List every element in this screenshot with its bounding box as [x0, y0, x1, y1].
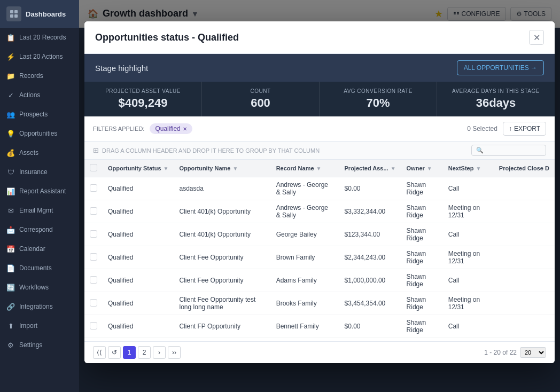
- row-record-0: Andrews - George & Sally: [271, 177, 339, 200]
- table-row: Qualified Client Fee Opportunity Adams F…: [84, 269, 555, 292]
- table-container[interactable]: ⊞ DRAG A COLUMN HEADER AND DROP IT HERE …: [84, 142, 555, 341]
- row-checkbox-1[interactable]: [84, 200, 103, 223]
- sidebar-item-actions[interactable]: ✓ Actions: [0, 85, 79, 105]
- col-record[interactable]: Record Name ▼: [271, 160, 339, 177]
- sidebar-item-emailmgmt[interactable]: ✉ Email Mgmt: [0, 201, 79, 220]
- col-name[interactable]: Opportunity Name ▼: [174, 160, 271, 177]
- record-filter-icon[interactable]: ▼: [316, 166, 322, 171]
- row-projected-1: $3,332,344.00: [339, 200, 401, 223]
- next-page-button[interactable]: ›: [153, 346, 166, 359]
- row-name-5: Client Fee Opportunity test long long na…: [174, 292, 271, 315]
- row-record-2: George Bailey: [271, 223, 339, 246]
- export-button[interactable]: ↑ EXPORT: [503, 122, 546, 136]
- row-record-5: Brooks Family: [271, 292, 339, 315]
- sidebar-header: Dashboards: [0, 0, 79, 28]
- sidebar-item-import[interactable]: ⬆ Import: [0, 316, 79, 335]
- per-page-select[interactable]: 20 50 100: [520, 347, 546, 358]
- table-row: Qualified Client Fee Opportunity test lo…: [84, 292, 555, 315]
- sidebar: Dashboards 📋 Last 20 Records ⚡ Last 20 A…: [0, 0, 79, 392]
- all-opportunities-button[interactable]: ALL OPPORTUNITIES →: [457, 60, 544, 75]
- stat-projected-asset: PROJECTED ASSET VALUE $409,249: [84, 82, 202, 116]
- dashboards-icon: [6, 6, 21, 21]
- page-1-button[interactable]: 1: [123, 346, 136, 359]
- correspond-icon: 📩: [6, 225, 15, 234]
- row-name-6: Client FP Opportunity: [174, 315, 271, 338]
- prospects-icon: 👥: [6, 110, 15, 119]
- records-icon: 📁: [6, 72, 15, 80]
- sidebar-item-prospects[interactable]: 👥 Prospects: [0, 105, 79, 124]
- row-projected-2: $123,344.00: [339, 223, 401, 246]
- owner-filter-icon[interactable]: ▼: [427, 166, 432, 171]
- nextstep-filter-icon[interactable]: ▼: [476, 166, 481, 171]
- table-row: Qualified Client 401(k) Opportunity Andr…: [84, 200, 555, 223]
- sidebar-item-settings[interactable]: ⚙ Settings: [0, 335, 79, 355]
- search-box[interactable]: 🔍: [471, 145, 546, 156]
- row-closedate-0: [494, 177, 555, 200]
- stat-count: COUNT 600: [202, 82, 320, 116]
- filters-applied-label: FILTERS APPLIED:: [93, 126, 144, 132]
- row-status-4: Qualified: [103, 269, 174, 292]
- row-closedate-5: [494, 292, 555, 315]
- row-checkbox-4[interactable]: [84, 269, 103, 292]
- page-2-button[interactable]: 2: [138, 346, 151, 359]
- col-nextstep[interactable]: NextStep ▼: [443, 160, 494, 177]
- documents-icon: 📄: [6, 264, 15, 272]
- row-projected-4: $1,000,000.00: [339, 269, 401, 292]
- col-closedate[interactable]: Projected Close D: [494, 160, 555, 177]
- row-checkbox-0[interactable]: [84, 177, 103, 200]
- selected-count: 0 Selected: [467, 125, 497, 132]
- import-icon: ⬆: [6, 322, 15, 330]
- last-page-button[interactable]: ››: [168, 346, 181, 359]
- status-filter-icon[interactable]: ▼: [164, 166, 169, 171]
- sidebar-item-last20records[interactable]: 📋 Last 20 Records: [0, 28, 79, 47]
- row-checkbox-3[interactable]: [84, 246, 103, 269]
- filter-tag-remove-icon[interactable]: ✕: [183, 126, 187, 132]
- sidebar-item-reportassistant[interactable]: 📊 Report Assistant: [0, 182, 79, 201]
- sidebar-item-opportunities[interactable]: 💡 Opportunities: [0, 124, 79, 143]
- insurance-icon: 🛡: [6, 168, 15, 176]
- row-nextstep-5: Meeting on 12/31: [443, 292, 494, 315]
- modal-close-button[interactable]: ✕: [529, 30, 544, 45]
- sidebar-item-integrations[interactable]: 🔗 Integrations: [0, 297, 79, 316]
- row-record-3: Brown Family: [271, 246, 339, 269]
- row-name-1: Client 401(k) Opportunity: [174, 200, 271, 223]
- avg-days-label: AVERAGE DAYS IN THIS STAGE: [446, 88, 546, 94]
- last20actions-icon: ⚡: [6, 52, 15, 61]
- prev-page-button[interactable]: ↺: [108, 346, 121, 359]
- row-nextstep-0: Call: [443, 177, 494, 200]
- sidebar-item-assets[interactable]: 💰 Assets: [0, 143, 79, 162]
- row-record-6: Bennett Family: [271, 315, 339, 338]
- row-nextstep-2: Call: [443, 223, 494, 246]
- sidebar-item-documents[interactable]: 📄 Documents: [0, 258, 79, 278]
- row-checkbox-6[interactable]: [84, 315, 103, 338]
- drag-hint-bar: ⊞ DRAG A COLUMN HEADER AND DROP IT HERE …: [84, 142, 555, 160]
- select-all-checkbox[interactable]: [84, 160, 103, 177]
- svg-rect-2: [10, 14, 13, 18]
- table-header-row: Opportunity Status ▼ Opportunity Name ▼: [84, 160, 555, 177]
- row-name-4: Client Fee Opportunity: [174, 269, 271, 292]
- modal-title: Opportunities status - Qualified: [95, 32, 239, 43]
- assets-icon: 💰: [6, 148, 15, 157]
- sidebar-item-workflows[interactable]: 🔄 Workflows: [0, 278, 79, 297]
- first-page-button[interactable]: ⟨⟨: [93, 346, 106, 359]
- avg-days-value: 36days: [446, 96, 546, 110]
- sidebar-item-insurance[interactable]: 🛡 Insurance: [0, 162, 79, 182]
- sidebar-item-correspond[interactable]: 📩 Correspond: [0, 220, 79, 239]
- row-owner-2: Shawn Ridge: [401, 223, 443, 246]
- projected-filter-icon[interactable]: ▼: [391, 166, 396, 171]
- row-status-5: Qualified: [103, 292, 174, 315]
- col-projected[interactable]: Projected Ass... ▼: [339, 160, 401, 177]
- sidebar-item-calendar[interactable]: 📅 Calendar: [0, 239, 79, 258]
- row-record-4: Adams Family: [271, 269, 339, 292]
- col-owner[interactable]: Owner ▼: [401, 160, 443, 177]
- row-closedate-4: [494, 269, 555, 292]
- table-row: Qualified Client Fee Opportunity Brown F…: [84, 246, 555, 269]
- sidebar-item-last20actions[interactable]: ⚡ Last 20 Actions: [0, 47, 79, 66]
- name-filter-icon[interactable]: ▼: [232, 166, 238, 171]
- row-checkbox-5[interactable]: [84, 292, 103, 315]
- sidebar-item-records[interactable]: 📁 Records: [0, 66, 79, 85]
- col-status[interactable]: Opportunity Status ▼: [103, 160, 174, 177]
- filter-tag-qualified[interactable]: Qualified ✕: [150, 123, 192, 134]
- row-checkbox-2[interactable]: [84, 223, 103, 246]
- row-owner-4: Shawn Ridge: [401, 269, 443, 292]
